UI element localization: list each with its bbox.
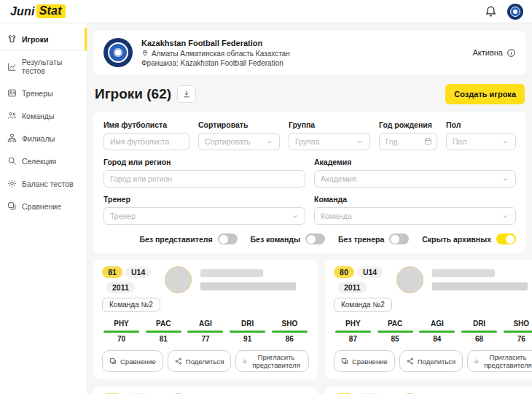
sidebar-item-coaches[interactable]: Тренеры [0,82,87,104]
toggle-switch[interactable] [305,233,325,244]
player-name-input[interactable] [103,133,189,150]
sidebar-item-test-balance[interactable]: Баланс тестов [0,172,87,195]
stat-value: 70 [103,335,139,343]
status-label: Активна [473,48,504,57]
toggle-without-representative[interactable]: Без представителя [139,233,237,244]
sidebar-item-teams[interactable]: Команды [0,104,87,127]
share-button[interactable]: Поделиться [399,350,463,372]
stat-value: 77 [187,335,223,343]
sidebar-item-branches[interactable]: Филиалы [0,127,87,150]
share-icon [175,358,182,365]
stat-value: 68 [461,335,497,343]
sidebar: Игроки Результаты тестов Тренеры Команды [0,23,87,394]
filter-birth-year-label: Год рождения [379,120,437,129]
player-birth-year-badge: 2011 [338,282,367,293]
toggle-label: Без представителя [139,235,212,244]
stat-label: PHY [335,320,371,328]
filter-coach-label: Тренер [103,195,305,204]
invite-representative-button[interactable]: Пригласить представителя [235,350,309,372]
compare-button[interactable]: Сравнение [102,350,163,372]
stat-bar [419,331,455,333]
toggle-switch[interactable] [218,233,238,244]
stat-value: 86 [272,335,308,343]
chevron-down-icon [501,212,509,220]
stat-bar [146,331,181,333]
team-chip: Команда №2 [102,298,160,312]
sidebar-item-label: Сравнение [22,202,61,211]
filter-group-label: Группа [289,120,370,129]
player-age-group-badge: U14 [125,266,151,278]
invite-representative-button[interactable]: Пригласить представителя [467,350,532,372]
city-input[interactable] [103,170,305,188]
sidebar-item-test-results[interactable]: Результаты тестов [0,51,87,82]
player-card[interactable]: 69 U14 2011 [325,387,532,394]
stat-value: 76 [504,335,532,343]
chevron-down-icon [356,138,364,146]
stat-label: DRI [461,320,497,328]
filter-gender-label: Пол [446,120,516,129]
sidebar-item-label: Игроки [22,35,48,44]
player-name-skeleton [432,282,528,290]
invite-icon [474,358,479,365]
logo-juni: Juni [10,5,35,18]
coach-select[interactable]: Тренер [103,207,305,225]
academy-select[interactable]: Академия [314,170,516,188]
sort-select-value: Сортировать [205,137,251,146]
filter-name-label: Имя футболиста [103,120,189,129]
create-player-button[interactable]: Создать игрока [445,84,525,104]
notifications-bell-icon[interactable] [485,5,497,18]
academy-select-value: Академия [321,174,356,183]
stat-label: PAC [378,320,413,328]
stat-bar [335,331,371,333]
download-button[interactable] [177,85,196,103]
stat-label: SHO [504,320,532,328]
toggle-without-coach[interactable]: Без тренера [338,233,409,244]
hierarchy-icon [7,134,17,143]
user-avatar[interactable] [507,4,523,20]
player-name-skeleton [200,282,296,290]
toggle-switch[interactable] [389,233,409,244]
sidebar-item-players[interactable]: Игроки [0,28,87,51]
stat-label: PHY [103,320,139,328]
stat-bar [272,331,308,333]
toggle-without-team[interactable]: Без команды [251,233,325,244]
share-button[interactable]: Поделиться [168,350,231,372]
filters-panel: Имя футболиста Сортировать Сортировать Г… [93,112,526,253]
team-chip: Команда №2 [334,298,392,312]
player-card[interactable]: 81 U14 2011 Команда №2 PHY70 PAC81 [93,260,318,379]
toggle-label: Без команды [251,235,300,244]
federation-logo [103,38,133,67]
stat-value: 81 [146,335,181,343]
player-rating-badge: 80 [334,266,354,278]
main-content: Kazakhstan Football Federation Алматы Ал… [87,23,532,394]
stat-label: PAC [146,320,181,328]
player-card[interactable]: 76 U14 2011 [93,387,318,394]
sort-select[interactable]: Сортировать [198,133,280,150]
calendar-icon[interactable] [424,137,432,145]
info-icon[interactable] [506,48,516,58]
compare-button[interactable]: Сравнение [334,350,395,372]
share-button-label: Поделиться [186,358,224,366]
player-avatar [165,266,192,293]
toggle-label: Скрыть архивных [422,235,491,244]
organization-location: Алматы Алматинская область Казахстан [152,50,290,58]
stat-label: SHO [272,320,308,328]
player-card[interactable]: 80 U14 2011 Команда №2 PHY87 PAC85 [325,260,532,379]
stat-label: AGI [187,320,223,328]
stat-value: 85 [378,335,413,343]
player-name-skeleton [432,269,495,277]
toggle-hide-archived[interactable]: Скрыть архивных [422,233,516,244]
stat-bar [378,331,413,333]
sidebar-item-selection[interactable]: Селекция [0,150,87,172]
stat-value: 91 [230,335,265,343]
group-select[interactable]: Группа [289,133,370,150]
compare-icon [341,358,348,365]
stat-bar [103,331,139,333]
stat-value: 84 [419,335,455,343]
toggle-switch[interactable] [496,233,516,244]
team-select[interactable]: Команда [314,207,516,225]
sidebar-item-comparison[interactable]: Сравнение [0,195,87,217]
gender-select[interactable]: Пол [446,133,516,150]
id-card-icon [7,88,17,98]
invite-button-label: Пригласить представителя [251,353,302,369]
